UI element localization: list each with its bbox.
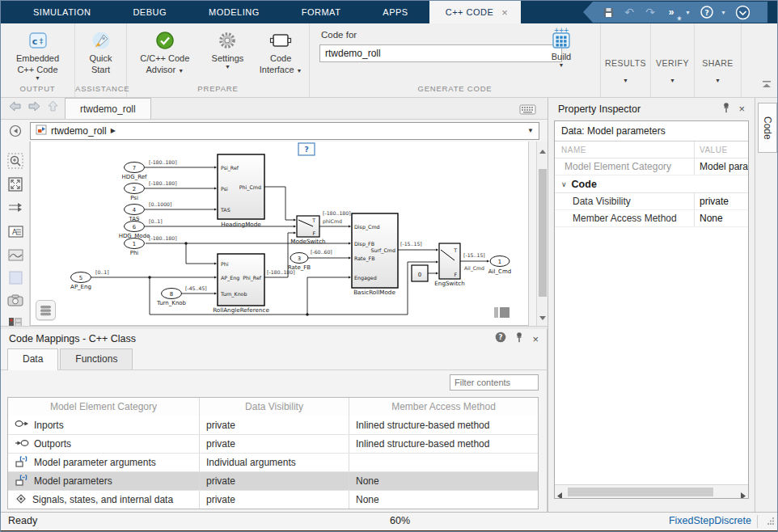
code-interface-button[interactable]: Code Interface▼ [252, 28, 309, 77]
zoom-region-icon[interactable] [7, 153, 23, 169]
scroll-left-icon[interactable] [557, 488, 562, 499]
scroll-up-icon[interactable] [539, 143, 546, 158]
scroll-right-icon[interactable] [741, 488, 746, 499]
back-icon[interactable] [9, 100, 21, 115]
tab-simulation[interactable]: SIMULATION [12, 1, 112, 23]
svg-text:AP_Eng: AP_Eng [70, 284, 91, 290]
svg-text:[0..1]: [0..1] [95, 269, 109, 275]
embedded-cpp-code-button[interactable]: c‡ Embedded C++ Code ▼ [3, 28, 73, 82]
svg-text:F: F [454, 272, 457, 277]
section-label-prepare: PREPARE [127, 84, 309, 97]
inport-rate-fb[interactable]: 3 Rate_FB [-60..60] [288, 249, 332, 271]
scrollbar-thumb[interactable] [568, 488, 713, 496]
signal-wires[interactable] [91, 167, 487, 316]
fit-to-view-icon[interactable] [7, 176, 23, 192]
tab-cpp-code[interactable]: C++ CODE × [429, 1, 522, 23]
inport-tas[interactable]: 4 TAS [0..1000] [125, 201, 172, 222]
solver-link[interactable]: FixedStepDiscrete [669, 515, 751, 526]
code-advisor-button[interactable]: C/C++ Code Advisor▼ [127, 28, 203, 77]
build-button[interactable]: +++ Build ▼ [539, 27, 583, 69]
pin-icon[interactable] [722, 102, 730, 116]
tab-apps[interactable]: APPS [362, 1, 429, 23]
block-constant-zero[interactable]: 0 [412, 265, 428, 281]
annotation-icon[interactable]: A [7, 223, 23, 239]
inspector-horizontal-scrollbar[interactable] [555, 484, 748, 498]
redo-icon[interactable]: ↷ [643, 5, 657, 19]
block-diagram[interactable]: ? 7 HDG_Ref [-180..180] 2 Psi [31, 141, 528, 324]
results-button[interactable]: RESULTS ▼ [601, 23, 650, 97]
section-code[interactable]: ∨ Code [555, 175, 748, 193]
pin-icon[interactable] [515, 331, 523, 346]
section-output: c‡ Embedded C++ Code ▼ OUTPUT [1, 23, 75, 97]
property-row-member-access-method[interactable]: Member Access Method None [555, 210, 748, 227]
property-inspector-content: Data: Model parameters NAME VALUE Model … [554, 120, 749, 499]
canvas-vertical-scrollbar[interactable] [536, 141, 548, 326]
breadcrumb[interactable]: rtwdemo_roll ▶ ▼ [30, 122, 539, 140]
scrollbar-thumb[interactable] [539, 169, 547, 297]
inport-hdg-ref[interactable]: 7 HDG_Ref [-180..180] [122, 159, 177, 180]
block-unknown[interactable]: ? [298, 143, 315, 155]
section-generate-code: Code for +++ Build ▼ GENERATE CODE [310, 23, 601, 97]
inport-phi[interactable]: 1 Phi [-180..180] [125, 235, 177, 256]
side-tab-code[interactable]: Code [758, 103, 777, 153]
resize-grip[interactable] [767, 516, 775, 527]
minimize-toolstrip-icon[interactable] [735, 5, 750, 19]
settings-button[interactable]: Settings ▼ [205, 28, 252, 70]
table-row-signals-states[interactable]: Signals, states, and internal data priva… [8, 490, 538, 509]
model-canvas[interactable]: ? 7 HDG_Ref [-180..180] 2 Psi [30, 141, 529, 326]
tab-format[interactable]: FORMAT [281, 1, 362, 23]
block-engswitch[interactable]: T F EngSwitch [-15..15] Ail_Cmd [434, 243, 484, 287]
keyboard-icon[interactable] [519, 103, 536, 118]
close-icon[interactable]: × [532, 333, 539, 345]
shortcuts-dropdown-icon[interactable]: ▼ [685, 10, 693, 15]
breadcrumb-dropdown-icon[interactable]: ▼ [527, 127, 534, 134]
signal-routing-icon[interactable] [7, 200, 23, 216]
verify-button[interactable]: VERIFY ▼ [651, 23, 694, 97]
svg-text:TAS: TAS [220, 207, 230, 213]
shortcuts-icon[interactable]: » ★ [664, 5, 679, 19]
undo-icon[interactable]: ↶ [622, 5, 636, 19]
image-annotation-icon[interactable] [7, 247, 23, 263]
inport-psi[interactable]: 2 Psi [-180..180] [125, 180, 177, 201]
tab-functions[interactable]: Functions [60, 348, 133, 369]
help-circle-icon[interactable]: ? [495, 331, 506, 346]
table-row-inports[interactable]: Inports private Inlined structure-based … [8, 416, 538, 434]
area-box-icon[interactable] [7, 269, 23, 285]
table-row-outports[interactable]: Outports private Inlined structure-based… [8, 434, 538, 453]
up-icon[interactable] [48, 100, 58, 115]
block-rollanglereference[interactable]: Phi AP_Eng Turn_Knob Phi_Ref RollAngleRe… [213, 254, 294, 314]
filter-contents-input[interactable] [450, 374, 539, 391]
signal-icon [15, 492, 27, 508]
hide-explorer-bar-icon[interactable] [1, 125, 30, 137]
help-icon[interactable]: ? [700, 5, 714, 19]
tab-data[interactable]: Data [7, 348, 58, 370]
document-tab[interactable]: rtwdemo_roll [65, 98, 151, 119]
code-for-input[interactable] [319, 44, 562, 62]
svg-text:Surf_Cmd: Surf_Cmd [371, 247, 395, 254]
tab-debug[interactable]: DEBUG [112, 1, 188, 23]
quick-start-button[interactable]: Quick Start [77, 28, 125, 75]
scroll-down-icon[interactable] [539, 310, 546, 324]
chevron-down-icon: ▼ [715, 78, 721, 84]
help-dropdown-icon[interactable]: ▼ [721, 10, 729, 15]
share-button[interactable]: SHARE ▼ [695, 23, 741, 97]
data-dictionary-badge[interactable] [36, 300, 56, 320]
viewmark-camera-icon[interactable] [7, 292, 23, 308]
tab-modeling[interactable]: MODELING [188, 1, 281, 23]
close-tab-icon[interactable]: × [501, 7, 508, 18]
save-icon[interactable] [601, 5, 615, 19]
block-basicrollmode[interactable]: Disp_Cmd Disp_FB Rate_FB Engaged Surf_Cm… [352, 213, 422, 296]
outport-ail-cmd[interactable]: 1 Ail_Cmd [488, 256, 511, 276]
block-headingmode[interactable]: Psi_Ref Psi TAS Phi_Cmd HeadingMode [218, 154, 264, 228]
breadcrumb-model-name[interactable]: rtwdemo_roll [51, 125, 107, 137]
table-row-model-parameters[interactable]: Model parameters private None [8, 471, 538, 490]
forward-icon[interactable] [28, 100, 40, 115]
inport-ap-eng[interactable]: 5 AP_Eng [0..1] [70, 269, 109, 290]
close-icon[interactable]: × [738, 103, 745, 115]
table-row-model-parameter-arguments[interactable]: Model parameter arguments Individual arg… [8, 453, 538, 471]
block-modeswitch[interactable]: T F ModeSwitch [-180..180] phiCmd [290, 210, 350, 245]
inport-turn-knob[interactable]: 8 Turn_Knob [-45..45] [156, 285, 207, 306]
property-row-data-visibility[interactable]: Data Visibility private [555, 193, 748, 210]
collapse-ribbon-icon[interactable] [761, 78, 772, 92]
svg-text:T: T [453, 247, 457, 253]
